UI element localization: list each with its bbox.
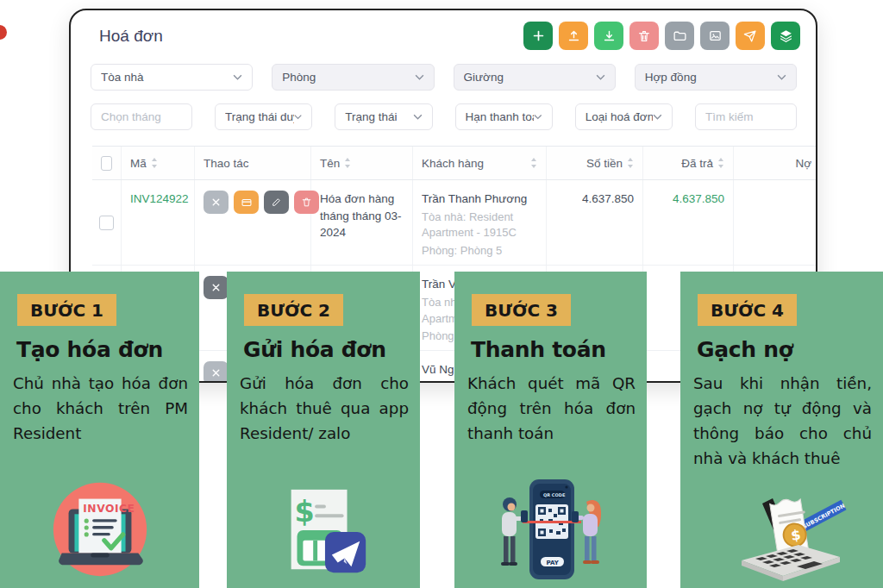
close-icon (210, 197, 222, 208)
paper-plane-icon (743, 29, 757, 43)
invoice-name: Hóa đơn hàng tháng tháng 03-2024 (311, 180, 413, 265)
edit-invoice-button[interactable] (264, 191, 289, 214)
download-button[interactable] (594, 22, 623, 50)
step-card-4: BƯỚC 4 Gạch nợ Sau khi nhận tiền, gạch n… (680, 272, 883, 588)
sort-icon (627, 157, 634, 169)
folder-icon (673, 28, 687, 43)
header-code[interactable]: Mã (122, 147, 195, 179)
invoice-code[interactable]: INV124922 (122, 180, 195, 265)
chevron-down-icon (413, 114, 423, 120)
sort-icon (530, 157, 537, 169)
invoice-send-icon: $ (272, 483, 374, 586)
delete-button[interactable] (629, 22, 659, 50)
header-amount[interactable]: Số tiền (547, 147, 643, 179)
filter-bed-select[interactable]: Giường (454, 64, 616, 91)
step-title: Gửi hóa đơn (243, 337, 404, 362)
header-debt[interactable]: Nợ (734, 147, 817, 179)
row-checkbox[interactable] (99, 216, 114, 230)
toolbar (523, 22, 800, 50)
filter-approval-status-select[interactable]: Trạng thái duyệt (215, 103, 312, 130)
image-button[interactable] (700, 22, 730, 50)
row-checkbox-cell (92, 180, 122, 265)
upload-icon (567, 28, 581, 43)
chevron-down-icon (415, 74, 424, 80)
download-icon (602, 28, 617, 43)
amount-value: 4.637.850 (547, 180, 643, 265)
select-all-checkbox[interactable] (101, 156, 112, 171)
filter-row-2: Trạng thái duyệt Trạng thái Hạn thanh to… (91, 103, 797, 130)
customer-building: Tòa nhà: Resident Apartment - 1915C (422, 210, 537, 242)
step-badge: BƯỚC 4 (698, 294, 797, 326)
chevron-down-icon (534, 114, 542, 120)
sort-icon (344, 157, 351, 169)
step-badge: BƯỚC 2 (244, 294, 343, 326)
folder-button[interactable] (665, 22, 694, 50)
debt-value: 0 (734, 180, 817, 265)
filter-invoice-type-select[interactable]: Loại hoá đơn (575, 103, 673, 130)
chevron-down-icon (596, 74, 605, 80)
invoice-laptop-icon: INVOICE (45, 478, 155, 586)
step-title: Tạo hóa đơn (16, 337, 184, 362)
edit-icon (271, 197, 282, 208)
upload-button[interactable] (559, 22, 588, 50)
cancel-invoice-button[interactable] (204, 276, 229, 299)
step-card-3: BƯỚC 3 Thanh toán Khách quét mã QR động … (454, 272, 647, 588)
step-card-2: BƯỚC 2 Gửi hóa đơn Gửi hóa đơn cho khách… (227, 272, 420, 588)
filter-due-date-select[interactable]: Hạn thanh toán (455, 103, 553, 130)
step-body: Gửi hóa đơn cho khách thuê qua app Resid… (240, 372, 409, 447)
plus-icon (531, 28, 546, 43)
header-paid[interactable]: Đã trả (643, 147, 734, 179)
step-body: Chủ nhà tạo hóa đơn cho khách trên PM Re… (13, 372, 188, 447)
svg-text:PAY: PAY (546, 560, 559, 566)
header-name[interactable]: Tên (311, 147, 413, 179)
page-edge-red-dot (0, 25, 7, 40)
sort-icon (816, 157, 817, 169)
sort-icon (151, 157, 158, 169)
month-input[interactable] (91, 103, 192, 130)
header-customer[interactable]: Khách hàng (413, 147, 547, 179)
add-invoice-button[interactable] (523, 22, 553, 50)
cancel-invoice-button[interactable] (204, 191, 229, 214)
filter-building-select[interactable]: Tòa nhà (91, 64, 253, 91)
sort-icon (717, 157, 724, 169)
trash-icon (637, 29, 651, 43)
svg-text:$: $ (295, 495, 315, 529)
send-button[interactable] (736, 22, 765, 50)
debt-clear-icon: SUBSCRIPTION $ (717, 481, 847, 586)
filter-row-1: Tòa nhà Phòng Giường Hợp đồng (91, 64, 797, 91)
paid-value: 4.637.850 (643, 180, 734, 265)
chevron-down-icon (233, 74, 242, 80)
close-icon (210, 282, 222, 293)
qr-payment-icon: QR CODE PAY (486, 476, 616, 586)
layers-button[interactable] (771, 22, 800, 50)
svg-text:SUBSCRIPTION: SUBSCRIPTION (801, 503, 846, 531)
credit-card-icon (241, 197, 253, 209)
row-actions (204, 191, 302, 214)
chevron-down-icon (294, 114, 302, 120)
step-badge: BƯỚC 3 (472, 294, 571, 326)
filter-status-select[interactable]: Trạng thái (335, 103, 432, 130)
chevron-down-icon (777, 74, 786, 80)
search-input[interactable] (695, 103, 797, 130)
close-icon (210, 367, 222, 378)
step-title: Thanh toán (471, 337, 631, 362)
header-actions: Thao tác (195, 147, 311, 179)
svg-text:QR CODE: QR CODE (543, 492, 566, 497)
table-row: INV124922 Hóa đơn hàng tháng tháng 03-20… (92, 180, 817, 266)
cancel-invoice-button[interactable] (204, 361, 229, 383)
customer-name[interactable]: Trần Thanh Phương (422, 191, 537, 208)
step-card-1: BƯỚC 1 Tạo hóa đơn Chủ nhà tạo hóa đơn c… (0, 272, 199, 588)
filter-room-select[interactable]: Phòng (272, 64, 434, 91)
chevron-down-icon (653, 114, 662, 120)
svg-text:INVOICE: INVOICE (83, 503, 135, 515)
filter-contract-select[interactable]: Hợp đồng (635, 64, 797, 91)
step-title: Gạch nợ (697, 337, 867, 362)
payment-card-button[interactable] (234, 191, 259, 214)
step-body: Khách quét mã QR động trên hóa đơn thanh… (467, 372, 636, 447)
image-icon (708, 28, 723, 43)
customer-room: Phòng: Phòng 5 (422, 243, 537, 260)
step-badge: BƯỚC 1 (17, 294, 116, 326)
layers-icon (779, 28, 793, 43)
page-title: Hoá đơn (99, 27, 163, 46)
table-header-row: Mã Thao tác Tên Khách hàng Số tiền Đã tr… (92, 146, 817, 180)
